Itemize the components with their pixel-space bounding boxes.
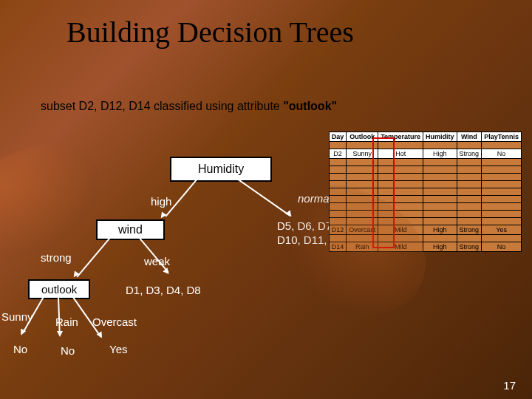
cell-wind: Strong bbox=[457, 149, 482, 159]
edge-label-overcast: Overcast bbox=[92, 316, 137, 328]
edge-label-weak: weak bbox=[144, 255, 170, 267]
table-row: D2 Sunny Hot High Strong No bbox=[329, 149, 521, 159]
arrowhead-icon bbox=[285, 210, 293, 218]
tree-edge bbox=[236, 177, 291, 216]
edge-label-high: high bbox=[151, 195, 171, 208]
table-spacer bbox=[329, 235, 521, 242]
subtitle-prefix: subset D2, D12, D14 classified using att… bbox=[41, 100, 283, 112]
cell-outlook: Sunny bbox=[347, 149, 378, 159]
node-humidity: Humidity bbox=[170, 157, 272, 182]
cell-day: D12 bbox=[329, 225, 347, 235]
th-wind: Wind bbox=[457, 132, 482, 142]
tree-edge bbox=[77, 237, 111, 278]
cell-play: Yes bbox=[482, 225, 522, 235]
slide-number: 17 bbox=[503, 379, 516, 392]
table-spacer bbox=[329, 142, 521, 149]
cell-temp: Hot bbox=[378, 149, 423, 159]
slide-subtitle: subset D2, D12, D14 classified using att… bbox=[41, 100, 337, 113]
leaf-overcast: Yes bbox=[109, 343, 127, 355]
cell-humidity: High bbox=[423, 225, 457, 235]
table-spacer bbox=[329, 174, 521, 181]
data-table: Day Outlook Temperature Humidity Wind Pl… bbox=[329, 132, 522, 252]
cell-temp: Mild bbox=[378, 225, 423, 235]
cell-wind: Strong bbox=[457, 242, 482, 252]
arrowhead-icon bbox=[97, 332, 105, 340]
table-spacer bbox=[329, 159, 521, 166]
arrowhead-icon bbox=[71, 270, 79, 279]
node-wind: wind bbox=[96, 219, 165, 240]
table-spacer bbox=[329, 203, 521, 211]
cell-outlook: Overcast bbox=[347, 225, 378, 235]
table-spacer bbox=[329, 166, 521, 174]
th-outlook: Outlook bbox=[347, 132, 378, 142]
th-humidity: Humidity bbox=[423, 132, 457, 142]
table-spacer bbox=[329, 181, 521, 188]
cell-play: No bbox=[482, 242, 522, 252]
arrowhead-icon bbox=[163, 267, 171, 276]
th-temperature: Temperature bbox=[378, 132, 423, 142]
th-day: Day bbox=[329, 132, 347, 142]
cell-temp: Mild bbox=[378, 242, 423, 252]
leaf-sunny: No bbox=[13, 343, 27, 355]
th-play: PlayTennis bbox=[482, 132, 522, 142]
cell-play: No bbox=[482, 149, 522, 159]
edge-label-normal: normal bbox=[298, 192, 332, 205]
cell-humidity: High bbox=[423, 242, 457, 252]
table-spacer bbox=[329, 211, 521, 218]
subtitle-attribute: "outlook" bbox=[283, 100, 337, 112]
table-spacer bbox=[329, 188, 521, 196]
cell-day: D14 bbox=[329, 242, 347, 252]
node-outlook: outlook bbox=[28, 279, 90, 299]
arrowhead-icon bbox=[158, 211, 166, 219]
edge-label-strong: strong bbox=[41, 251, 72, 264]
table-spacer bbox=[329, 196, 521, 203]
leaf-rain: No bbox=[61, 344, 75, 357]
arrowhead-icon bbox=[57, 331, 63, 337]
cell-outlook: Rain bbox=[347, 242, 378, 252]
table-row: D14 Rain Mild High Strong No bbox=[329, 242, 521, 252]
leaf-weak-group: D1, D3, D4, D8 bbox=[126, 284, 201, 298]
cell-wind: Strong bbox=[457, 225, 482, 235]
cell-day: D2 bbox=[329, 149, 347, 159]
table-row: D12 Overcast Mild High Strong Yes bbox=[329, 225, 521, 235]
table-spacer bbox=[329, 218, 521, 225]
cell-humidity: High bbox=[423, 149, 457, 159]
table-header-row: Day Outlook Temperature Humidity Wind Pl… bbox=[329, 132, 521, 142]
slide-title: Building Decision Trees bbox=[66, 15, 354, 50]
